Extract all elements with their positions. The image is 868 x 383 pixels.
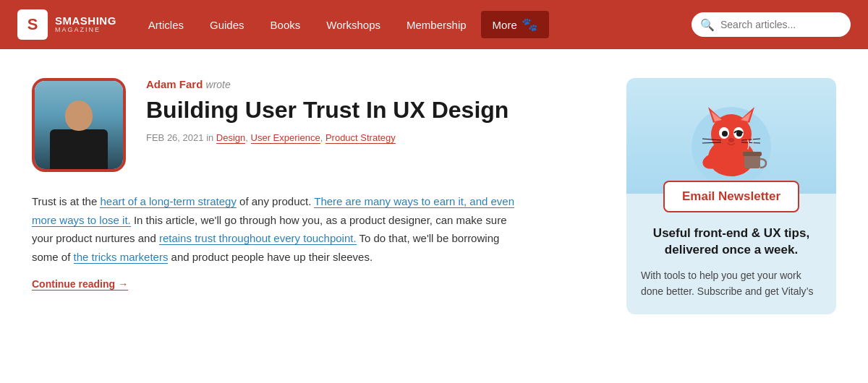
nav-more-button[interactable]: More 🐾 (481, 11, 549, 38)
mascot-svg (681, 85, 782, 186)
main-nav: Articles Guides Books Workshops Membersh… (137, 11, 680, 38)
nav-more-label: More (493, 19, 517, 31)
search-input[interactable] (692, 12, 851, 37)
article-body: Trust is at the heart of a long-term str… (32, 192, 524, 266)
author-name-link[interactable]: Adam Fard (146, 78, 203, 90)
paw-icon: 🐾 (522, 17, 537, 33)
continue-reading-label: Continue reading (32, 278, 115, 290)
newsletter-content: Useful front-end & UX tips, delivered on… (626, 212, 836, 314)
continue-reading-link[interactable]: Continue reading → (32, 278, 128, 291)
svg-rect-17 (743, 152, 762, 156)
article-paragraph-1: Trust is at the heart of a long-term str… (32, 192, 524, 266)
article-meta: Adam Fard wrote Building User Trust In U… (146, 78, 583, 143)
newsletter-card: Email Newsletter Useful front-end & UX t… (626, 78, 836, 314)
main-container: Adam Fard wrote Building User Trust In U… (14, 49, 854, 332)
person-head (65, 100, 93, 131)
article-tags: Design, User Experience, Product Strateg… (216, 132, 396, 144)
email-newsletter-button[interactable]: Email Newsletter (663, 181, 799, 212)
author-photo (32, 78, 126, 172)
tag-ux[interactable]: User Experience (251, 132, 320, 144)
tag-design[interactable]: Design (216, 132, 245, 144)
article-header: Adam Fard wrote Building User Trust In U… (32, 78, 583, 172)
search-container: 🔍 (692, 12, 851, 37)
date-in: in (206, 132, 216, 143)
heart-link[interactable]: heart of a long-term strategy (100, 195, 236, 208)
svg-point-9 (722, 131, 728, 137)
logo-magazine-text: MAGAZINE (55, 27, 116, 34)
logo-icon: S (17, 9, 48, 40)
newsletter-desc: With tools to help you get your work don… (641, 267, 822, 300)
article-date: FEB 26, 2021 in Design, User Experience,… (146, 132, 583, 143)
article-area: Adam Fard wrote Building User Trust In U… (32, 78, 583, 314)
continue-reading-arrow: → (118, 278, 128, 290)
sidebar: Email Newsletter Useful front-end & UX t… (626, 78, 836, 314)
tricks-link[interactable]: the tricks marketers (74, 251, 169, 264)
retains-link[interactable]: retains trust throughout every touchpoin… (159, 232, 357, 245)
search-icon: 🔍 (700, 18, 715, 32)
date-value: FEB 26, 2021 (146, 132, 204, 143)
author-line: Adam Fard wrote (146, 78, 583, 90)
article-title: Building User Trust In UX Design (146, 96, 583, 124)
newsletter-title: Useful front-end & UX tips, delivered on… (641, 225, 822, 259)
nav-membership[interactable]: Membership (395, 13, 478, 37)
nav-workshops[interactable]: Workshops (315, 13, 392, 37)
logo-smashing-text: SMASHING (55, 15, 116, 27)
tag-product-strategy[interactable]: Product Strategy (326, 132, 396, 144)
newsletter-mascot (626, 78, 836, 194)
nav-guides[interactable]: Guides (198, 13, 256, 37)
svg-point-11 (728, 138, 734, 142)
logo[interactable]: S SMASHING MAGAZINE (17, 9, 116, 40)
nav-articles[interactable]: Articles (137, 13, 195, 37)
person-body (50, 129, 108, 169)
nav-books[interactable]: Books (259, 13, 312, 37)
newsletter-btn-container: Email Newsletter (626, 181, 836, 212)
